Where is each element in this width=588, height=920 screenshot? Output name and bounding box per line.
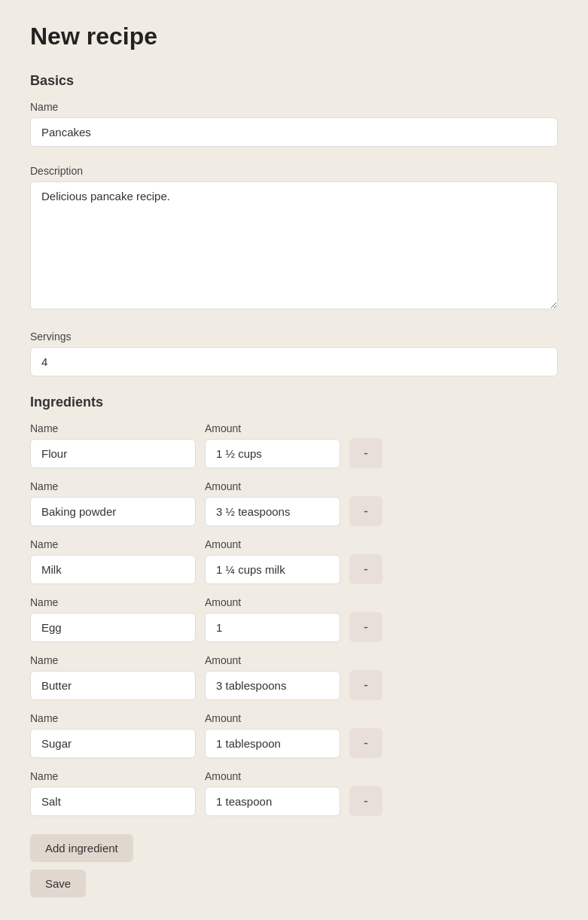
ingredient-name-input[interactable]	[30, 613, 196, 642]
ingredient-name-col: Name	[30, 770, 196, 816]
ingredient-amount-input[interactable]	[205, 729, 340, 758]
basics-section: Basics Name Description Delicious pancak…	[30, 73, 558, 376]
ingredient-row: NameAmount-	[30, 480, 558, 526]
description-input[interactable]: Delicious pancake recipe.	[30, 181, 558, 309]
servings-input[interactable]	[30, 347, 558, 376]
ingredient-row: NameAmount-	[30, 596, 558, 642]
ingredient-name-label: Name	[30, 770, 196, 782]
ingredient-name-input[interactable]	[30, 729, 196, 758]
ingredient-row: NameAmount-	[30, 538, 558, 584]
ingredient-name-col: Name	[30, 596, 196, 642]
ingredient-amount-col: Amount	[205, 538, 340, 584]
description-field-group: Description Delicious pancake recipe.	[30, 165, 558, 312]
ingredient-amount-label: Amount	[205, 770, 340, 782]
ingredient-amount-label: Amount	[205, 480, 340, 492]
ingredient-name-input[interactable]	[30, 439, 196, 468]
ingredient-row: NameAmount-	[30, 712, 558, 758]
ingredient-row: NameAmount-	[30, 654, 558, 700]
remove-ingredient-button[interactable]: -	[349, 786, 382, 816]
ingredient-amount-input[interactable]	[205, 613, 340, 642]
ingredient-name-label: Name	[30, 654, 196, 666]
remove-ingredient-button[interactable]: -	[349, 438, 382, 468]
ingredient-name-label: Name	[30, 538, 196, 550]
ingredient-amount-label: Amount	[205, 654, 340, 666]
ingredient-amount-col: Amount	[205, 480, 340, 526]
ingredient-name-label: Name	[30, 480, 196, 492]
ingredients-section: Ingredients NameAmount-NameAmount-NameAm…	[30, 395, 558, 897]
remove-ingredient-button[interactable]: -	[349, 496, 382, 526]
ingredient-amount-input[interactable]	[205, 555, 340, 584]
basics-heading: Basics	[30, 73, 558, 89]
ingredient-name-col: Name	[30, 654, 196, 700]
servings-label: Servings	[30, 331, 558, 343]
ingredient-amount-label: Amount	[205, 596, 340, 608]
remove-ingredient-button[interactable]: -	[349, 728, 382, 758]
ingredient-amount-input[interactable]	[205, 439, 340, 468]
ingredient-name-col: Name	[30, 422, 196, 468]
ingredient-row: NameAmount-	[30, 770, 558, 816]
ingredient-amount-col: Amount	[205, 654, 340, 700]
servings-field-group: Servings	[30, 331, 558, 376]
ingredient-amount-label: Amount	[205, 538, 340, 550]
ingredient-amount-col: Amount	[205, 770, 340, 816]
ingredient-name-col: Name	[30, 538, 196, 584]
ingredient-name-col: Name	[30, 480, 196, 526]
ingredient-amount-label: Amount	[205, 422, 340, 434]
ingredient-name-label: Name	[30, 712, 196, 724]
ingredient-name-label: Name	[30, 422, 196, 434]
save-button[interactable]: Save	[30, 870, 86, 897]
action-buttons: Add ingredient Save	[30, 834, 558, 897]
ingredient-name-input[interactable]	[30, 671, 196, 700]
description-label: Description	[30, 165, 558, 177]
ingredient-name-label: Name	[30, 596, 196, 608]
ingredient-name-input[interactable]	[30, 787, 196, 816]
ingredients-heading: Ingredients	[30, 395, 558, 410]
remove-ingredient-button[interactable]: -	[349, 554, 382, 584]
name-field-group: Name	[30, 101, 558, 147]
remove-ingredient-button[interactable]: -	[349, 612, 382, 642]
add-ingredient-button[interactable]: Add ingredient	[30, 834, 133, 862]
ingredient-amount-col: Amount	[205, 422, 340, 468]
ingredient-name-col: Name	[30, 712, 196, 758]
ingredients-list: NameAmount-NameAmount-NameAmount-NameAmo…	[30, 422, 558, 816]
ingredient-amount-input[interactable]	[205, 787, 340, 816]
name-label: Name	[30, 101, 558, 113]
ingredient-amount-label: Amount	[205, 712, 340, 724]
ingredient-row: NameAmount-	[30, 422, 558, 468]
page-title: New recipe	[30, 23, 558, 50]
ingredient-name-input[interactable]	[30, 497, 196, 526]
ingredient-name-input[interactable]	[30, 555, 196, 584]
name-input[interactable]	[30, 117, 558, 147]
ingredient-amount-col: Amount	[205, 596, 340, 642]
ingredient-amount-col: Amount	[205, 712, 340, 758]
ingredient-amount-input[interactable]	[205, 671, 340, 700]
remove-ingredient-button[interactable]: -	[349, 670, 382, 700]
ingredient-amount-input[interactable]	[205, 497, 340, 526]
